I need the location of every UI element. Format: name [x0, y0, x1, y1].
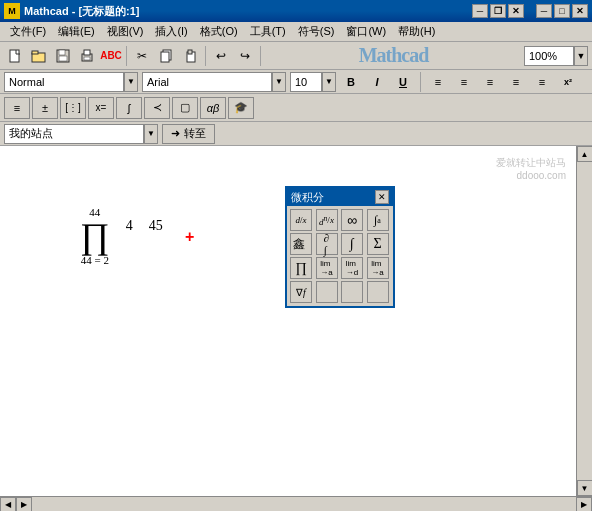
- spellcheck-btn[interactable]: ABC: [100, 45, 122, 67]
- matrix-btn[interactable]: [⋮]: [60, 97, 86, 119]
- sum2-btn[interactable]: 鑫: [290, 233, 312, 255]
- calc-panel-close-btn[interactable]: ✕: [375, 190, 389, 204]
- url-input[interactable]: 我的站点: [4, 124, 144, 144]
- logic-btn[interactable]: ≺: [144, 97, 170, 119]
- svg-rect-8: [84, 57, 90, 60]
- document-area[interactable]: 爱就转让中站马 ddooo.com 44 ∏ 44 = 2 4 45 + 微积分…: [0, 146, 576, 496]
- open-btn[interactable]: [28, 45, 50, 67]
- font-select[interactable]: Arial: [142, 72, 272, 92]
- nav-dropdown[interactable]: ▼: [144, 124, 158, 144]
- paste-btn[interactable]: [179, 45, 201, 67]
- menu-edit[interactable]: 编辑(E): [52, 22, 101, 41]
- superscript-btn[interactable]: x²: [557, 72, 579, 92]
- math-expression: 44 ∏ 44 = 2 4 45: [80, 206, 163, 266]
- content-area: 爱就转让中站马 ddooo.com 44 ∏ 44 = 2 4 45 + 微积分…: [0, 146, 592, 496]
- infinity-btn[interactable]: ∞: [341, 209, 363, 231]
- size-select[interactable]: 10: [290, 72, 322, 92]
- scroll-track-h[interactable]: [32, 497, 576, 512]
- gradient-btn[interactable]: ∇f: [290, 281, 312, 303]
- title-bar-left: M Mathcad - [无标题的:1]: [4, 3, 140, 19]
- menu-file[interactable]: 文件(F): [4, 22, 52, 41]
- prod-result: 45: [149, 218, 163, 234]
- eval-btn[interactable]: x=: [88, 97, 114, 119]
- scroll-left-btn[interactable]: ◀: [0, 497, 16, 512]
- window-close[interactable]: ✕: [572, 4, 588, 18]
- symbol-btn[interactable]: 🎓: [228, 97, 254, 119]
- scroll-right-btn-2[interactable]: ▶: [16, 497, 32, 512]
- font-dropdown[interactable]: ▼: [272, 72, 286, 92]
- menu-insert[interactable]: 插入(I): [149, 22, 193, 41]
- cut-btn[interactable]: ✂: [131, 45, 153, 67]
- copy-btn[interactable]: [155, 45, 177, 67]
- graph-btn[interactable]: ±: [32, 97, 58, 119]
- window-min[interactable]: ─: [536, 4, 552, 18]
- calc-panel-buttons: d/x dn/x ∞ ∫a 鑫 ∂∫ ∫ Σ ∏ lim→a lim→d lim…: [287, 206, 393, 306]
- nth-deriv-btn[interactable]: dn/x: [316, 209, 338, 231]
- deriv-btn[interactable]: d/x: [290, 209, 312, 231]
- math-content: 44 ∏ 44 = 2 4 45: [80, 206, 163, 266]
- menu-bar: 文件(F) 编辑(E) 视图(V) 插入(I) 格式(O) 工具(T) 符号(S…: [0, 22, 592, 42]
- watermark: 爱就转让中站马 ddooo.com: [496, 156, 566, 181]
- title-bar: M Mathcad - [无标题的:1] ─ ❐ ✕ ─ □ ✕: [0, 0, 592, 22]
- bold-btn[interactable]: B: [340, 72, 362, 92]
- list2-btn[interactable]: ≡: [531, 72, 553, 92]
- sep1: [126, 46, 127, 66]
- font-selector: Arial ▼: [142, 72, 286, 92]
- format-bar: Normal ▼ Arial ▼ 10 ▼ B I U ≡ ≡ ≡ ≡ ≡ x²: [0, 70, 592, 94]
- limit-a-btn[interactable]: lim→a: [316, 257, 338, 279]
- math-toolbar: ≡ ± [⋮] x= ∫ ≺ ▢ αβ 🎓: [0, 94, 592, 122]
- underline-btn[interactable]: U: [392, 72, 414, 92]
- empty2-btn[interactable]: [341, 281, 363, 303]
- zoom-display: 100%: [524, 46, 574, 66]
- partial-integral-btn[interactable]: ∂∫: [316, 233, 338, 255]
- window-inner-min[interactable]: ─: [472, 4, 488, 18]
- horizontal-scrollbar: ◀ ▶ ▶: [0, 496, 592, 511]
- size-dropdown[interactable]: ▼: [322, 72, 336, 92]
- goto-btn[interactable]: ➜ 转至: [162, 124, 215, 144]
- red-plus: +: [185, 228, 194, 246]
- svg-rect-0: [10, 50, 19, 62]
- list1-btn[interactable]: ≡: [505, 72, 527, 92]
- window-inner-close[interactable]: ✕: [508, 4, 524, 18]
- menu-format[interactable]: 格式(O): [194, 22, 244, 41]
- scroll-track-v[interactable]: [577, 162, 593, 480]
- window-inner-restore[interactable]: ❐: [490, 4, 506, 18]
- sigma-btn[interactable]: Σ: [367, 233, 389, 255]
- scroll-up-btn[interactable]: ▲: [577, 146, 593, 162]
- svg-rect-12: [188, 50, 192, 54]
- scroll-down-btn[interactable]: ▼: [577, 480, 593, 496]
- limit-arrow-btn[interactable]: lim→a: [367, 257, 389, 279]
- menu-view[interactable]: 视图(V): [101, 22, 150, 41]
- zoom-dropdown-btn[interactable]: ▼: [574, 46, 588, 66]
- style-select[interactable]: Normal: [4, 72, 124, 92]
- main-toolbar: ABC ✂ ↩ ↪ Mathcad 100% ▼: [0, 42, 592, 70]
- window-max[interactable]: □: [554, 4, 570, 18]
- align-center-btn[interactable]: ≡: [453, 72, 475, 92]
- save-btn[interactable]: [52, 45, 74, 67]
- nav-input-area: 我的站点 ▼: [4, 124, 158, 144]
- scroll-right-end-btn[interactable]: ▶: [576, 497, 592, 512]
- undo-btn[interactable]: ↩: [210, 45, 232, 67]
- italic-btn[interactable]: I: [366, 72, 388, 92]
- program-btn[interactable]: ▢: [172, 97, 198, 119]
- new-btn[interactable]: [4, 45, 26, 67]
- redo-btn[interactable]: ↪: [234, 45, 256, 67]
- menu-tools[interactable]: 工具(T): [244, 22, 292, 41]
- empty1-btn[interactable]: [316, 281, 338, 303]
- product-btn[interactable]: ∏: [290, 257, 312, 279]
- def-integral-btn[interactable]: ∫a: [367, 209, 389, 231]
- calc-panel-title: 微积分 ✕: [287, 188, 393, 206]
- print-btn[interactable]: [76, 45, 98, 67]
- indef-integral-btn[interactable]: ∫: [341, 233, 363, 255]
- calc-toolbar-btn[interactable]: ≡: [4, 97, 30, 119]
- style-dropdown[interactable]: ▼: [124, 72, 138, 92]
- greek-btn[interactable]: αβ: [200, 97, 226, 119]
- menu-window[interactable]: 窗口(W): [340, 22, 392, 41]
- align-left-btn[interactable]: ≡: [427, 72, 449, 92]
- limit-d-btn[interactable]: lim→d: [341, 257, 363, 279]
- menu-symbols[interactable]: 符号(S): [292, 22, 341, 41]
- menu-help[interactable]: 帮助(H): [392, 22, 441, 41]
- integral-btn[interactable]: ∫: [116, 97, 142, 119]
- empty3-btn[interactable]: [367, 281, 389, 303]
- align-right-btn[interactable]: ≡: [479, 72, 501, 92]
